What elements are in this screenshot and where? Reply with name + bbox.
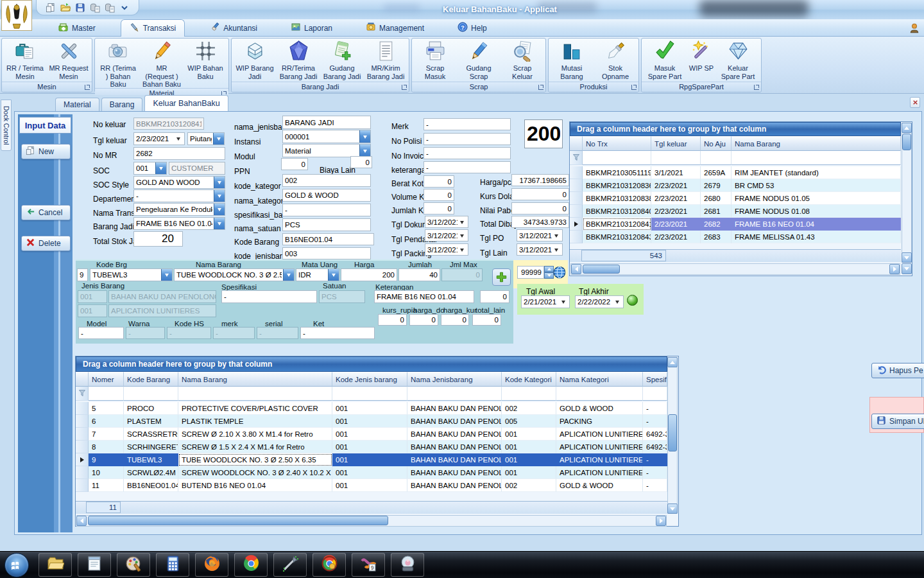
items-grid-col-kode-jenis-barang[interactable]: Kode Jenis barang [332,372,407,387]
items-grid-cell[interactable]: - [643,402,667,415]
items-grid-filter-cell[interactable] [89,387,124,401]
items-grid-cell[interactable]: 001 [502,428,556,441]
kode_barang-field[interactable]: B16NEO01.04 [282,233,374,245]
combo-dropdown-icon[interactable] [283,269,294,281]
items-grid-cell[interactable]: 9 [89,453,124,466]
items-grid-cell[interactable]: TUBEWL3 [124,453,178,466]
items-grid-cell[interactable]: TUBE WOODLOCK NO. 3 Ø 2.50 X 6.35 [178,453,332,466]
wip-sp-button[interactable]: WIP SP [687,39,716,82]
items-grid-cell[interactable]: 7 [89,428,124,441]
combo-dropdown-icon[interactable] [328,269,339,281]
trx-grid-cell[interactable]: 2/23/2021 [651,231,701,243]
spinner-buttons[interactable] [544,266,554,279]
items-grid-cell[interactable]: 001 [502,466,556,479]
tgl_po-field[interactable]: 3/12/2021 [517,229,563,241]
kurs_rupiah-field[interactable]: 0 [378,314,407,326]
items-grid-cell[interactable]: APLICATION LUNITIERES [556,441,643,453]
items-grid-cell[interactable]: PROTECTIVE COVER/PLASTIC COVER [178,402,332,415]
items-grid-cell[interactable]: BAHAN BAKU DAN PENOLONG [407,415,502,428]
items-grid-cell[interactable]: 6492-3 [643,441,667,453]
items-grid-col-nomer[interactable]: Nomer [89,372,124,387]
simpan-button[interactable]: Simpan Ub [871,414,924,429]
modul-field[interactable]: Material [282,144,371,157]
items-grid-cell[interactable]: - [643,466,667,479]
items-vscroll-down-icon[interactable] [667,504,678,514]
instansi-field[interactable]: 000001 [282,130,371,143]
total_lain-field[interactable]: 0 [472,314,501,326]
trx-hscroll-right-icon[interactable] [889,264,900,274]
items-vscroll-up-icon[interactable] [667,357,678,367]
items-grid-cell[interactable]: SCRWLØ2.4M [124,466,178,479]
items-grid-cell[interactable]: 6492-3 [643,428,667,441]
biaya_lain-field[interactable]: 0 [350,156,372,168]
harga_kur-field[interactable]: 0 [441,314,469,326]
trx-grid-filter-cell[interactable] [583,151,651,165]
items-hscroll-left-icon[interactable] [76,516,87,526]
combo-dropdown-icon[interactable] [214,218,225,229]
items-grid-cell[interactable]: APLICATION LUNITIERES [556,453,643,466]
tab-laporan[interactable]: Laporan [282,19,341,37]
barang_jadi-field[interactable]: FRAME B16 NEO 01.04 [133,217,225,230]
no_mr-field[interactable]: 2682 [133,147,225,160]
items-grid-cell[interactable]: 5 [89,402,124,415]
nama_barang-field[interactable]: TUBE WOODLOCK NO. 3 Ø 2.50 X 6.35 [174,268,295,281]
trx-corner-down-icon[interactable] [902,263,912,274]
combo-dropdown-icon[interactable] [214,190,225,202]
items-grid-filter-cell[interactable] [556,387,643,401]
trx-vscroll-up-icon[interactable] [902,123,912,133]
spin-up-icon[interactable] [544,266,554,272]
tgl-akhir-field[interactable]: 2/22/2022 [575,295,624,308]
nama_kategori-field[interactable]: GOLD & WOOD [282,189,371,202]
doctab-keluar-bahanbaku[interactable]: Keluar BahanBaku [144,95,228,111]
save-icon[interactable] [75,3,85,13]
trx-grid-cell[interactable]: FRAME MELISSA 01.43 [732,231,901,243]
keluar-spare-part-button[interactable]: Keluar Spare Part [716,39,760,82]
items-grid-cell[interactable]: SCREW Ø 1.5 X 2.4 X M1.4 for Retro [178,441,332,453]
items-grid-cell[interactable]: 001 [332,479,407,492]
soc_style-field[interactable]: GOLD AND WOOD [133,176,225,189]
items-grid-col-nama-jenisbarang[interactable]: Nama Jenisbarang [407,372,502,387]
trx-grid-cell[interactable]: BBKMR210305111955 [583,166,651,179]
scrap-masuk-button[interactable]: Scrap Masuk [413,39,457,82]
date-dropdown-icon[interactable] [552,232,560,240]
rr-terima-barang-jadi-button[interactable]: RR/Terima Barang Jadi [277,39,320,82]
wip-barang-jadi-button[interactable]: WIP Barang Jadi [233,39,277,82]
items-grid-filter-cell[interactable] [178,387,332,401]
date-dropdown-icon[interactable] [174,135,182,143]
trx-grid-cell[interactable]: 3/1/2021 [651,166,701,179]
gudang-scrap-button[interactable]: Gudang Scrap [457,39,501,82]
taskbar-app-paint[interactable] [117,553,150,577]
combo-dropdown-icon[interactable] [214,177,225,188]
items-hscroll-right-icon[interactable] [656,516,666,526]
items-grid-cell[interactable]: 005 [502,415,556,428]
tgl_dokumen-field[interactable]: 3/12/2021 [425,216,468,228]
trx-grid-cell[interactable]: 2683 [701,231,732,243]
taskbar-app-calculator[interactable] [156,553,189,577]
items-grid-cell[interactable]: BAHAN BAKU DAN PENOLONG [407,441,502,453]
stok-opname-button[interactable]: Stok Opname [594,39,637,82]
items-grid-col-spesifikasi[interactable]: Spesifikasi [643,372,667,387]
scrap-keluar-button[interactable]: Scrap Keluar [501,39,544,82]
items-grid-cell[interactable]: 001 [502,453,556,466]
masuk-spare-part-button[interactable]: Masuk Spare Part [643,39,687,82]
jumlah-field[interactable]: 40 [398,268,440,281]
combo-dropdown-icon[interactable] [214,204,225,215]
items-grid-filter-cell[interactable] [643,387,667,401]
trx-hscroll-left-icon[interactable] [571,264,581,274]
items-grid-cell[interactable]: PROCO [124,402,178,415]
refresh-ball-button[interactable] [627,295,638,306]
items-grid-cell[interactable]: BAHAN BAKU DAN PENOLONG [407,402,502,415]
date-dropdown-icon[interactable] [559,298,567,306]
trx-grid-cell[interactable]: BBKMR210312084337 [583,231,651,243]
tgl_pendaftaran-field[interactable]: 3/12/2021 [425,229,468,241]
taskbar-app-visual-studio[interactable]: 9 [352,553,385,577]
items-grid-cell[interactable]: BAHAN BAKU DAN PENOLONG [407,466,502,479]
items-grid-col-nama-barang[interactable]: Nama Barang [178,372,332,387]
nilai_pabean-field[interactable]: 0 [511,202,569,215]
items-grid-cell[interactable]: BAHAN BAKU DAN PENOLONG [407,453,502,466]
date-dropdown-icon[interactable] [552,246,560,254]
items-grid-cell[interactable]: 001 [332,428,407,441]
date-dropdown-icon[interactable] [458,246,466,254]
filter-funnel-icon[interactable] [572,152,580,164]
tgl-awal-field[interactable]: 2/21/2021 [521,295,570,308]
